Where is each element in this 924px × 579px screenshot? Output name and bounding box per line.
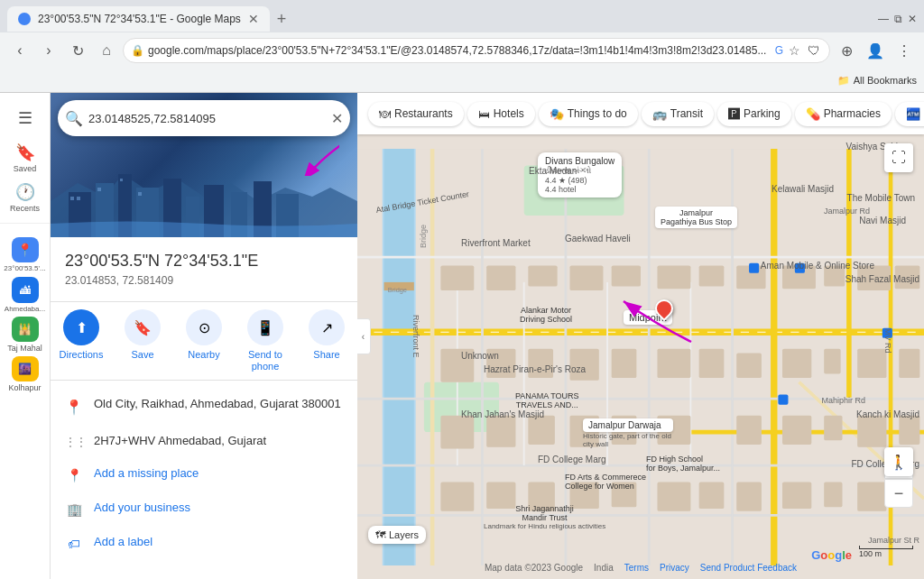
jamalpur-darwaja-label: Jamalpur Darwaja (588, 420, 661, 430)
sidebar-location-ahmedabad[interactable]: 🏙 Ahmedaba... (7, 277, 43, 313)
share-button[interactable]: ↗ Share (300, 309, 354, 372)
sidebar-saved[interactable]: 🔖 Saved (7, 140, 43, 176)
fd-arts-poi[interactable]: FD Arts & CommereceCollege for Women (565, 473, 646, 491)
reload-button[interactable]: ↻ (65, 38, 90, 63)
city-icon: 🏙 (20, 284, 31, 297)
new-tab-button[interactable]: + (270, 10, 294, 29)
landmark-hindu-label: Landmark for Hindu religious activities (484, 522, 605, 530)
jamalpur-bus-stop-poi[interactable]: Jamalpur Pagathiya Bus Stop (655, 207, 737, 228)
search-icon[interactable]: 🔍 (65, 110, 83, 127)
nearby-button[interactable]: ⊙ Nearby (177, 309, 231, 372)
map-pin (655, 299, 673, 317)
fd-high-school-poi[interactable]: FD High Schoolfor Boys, Jamalpur... (646, 455, 720, 473)
location-pin-icon: 📍 (65, 399, 83, 416)
atms-icon: 🏧 (906, 107, 920, 121)
svg-rect-13 (97, 188, 101, 191)
directions-button[interactable]: ⬆ Directions (54, 309, 108, 372)
map-background[interactable]: Bridge (357, 134, 924, 579)
svg-rect-51 (824, 265, 845, 286)
svg-rect-14 (120, 179, 123, 181)
add-business-label: Add your business (94, 501, 190, 514)
window-minimize[interactable]: — (878, 13, 889, 25)
send-feedback-link[interactable]: Send Product Feedback (700, 563, 797, 573)
send-to-phone-icon: 📱 (247, 309, 283, 345)
extensions-button[interactable]: ⊕ (834, 38, 859, 63)
window-close[interactable]: ✕ (908, 13, 917, 25)
transit-button[interactable]: 🚌 Transit (642, 102, 714, 126)
tab-bar: 23°00'53.5"N 72°34'53.1"E - Google Maps … (0, 0, 924, 32)
menu-icon: ☰ (18, 108, 32, 128)
panama-tours-poi[interactable]: PANAMA TOURSTRAVELS AND... (515, 391, 579, 409)
plus-code-item[interactable]: ⋮⋮ 2H7J+WHV Ahmedabad, Gujarat (51, 425, 357, 457)
sidebar-location-coords[interactable]: 📍 23°00'53.5'... (7, 237, 43, 273)
search-input[interactable] (88, 112, 326, 125)
sidebar-menu-button[interactable]: ☰ (7, 100, 43, 136)
jamalpur-darwaja-poi[interactable]: Jamalpur Darwaja Historic gate, part of … (583, 418, 673, 448)
svg-rect-43 (486, 265, 515, 290)
add-business-item[interactable]: 🏢 Add your business (51, 492, 357, 526)
sidebar-location-kolhapur[interactable]: 🌆 Kolhapur (7, 356, 43, 392)
svg-rect-54 (440, 349, 474, 382)
svg-rect-91 (778, 395, 788, 405)
things-to-do-button[interactable]: 🎭 Things to do (539, 102, 638, 126)
shri-jagannathji-label: Shri JagannathjiMandir Trust (484, 504, 605, 522)
save-button[interactable]: 🔖 Save (116, 309, 170, 372)
layers-icon: 🗺 (375, 529, 385, 540)
actions-row: ⬆ Directions 🔖 Save ⊙ Nearby 📱 Send toph… (51, 302, 357, 381)
svg-rect-89 (795, 263, 805, 273)
more-button[interactable]: ⋮ (892, 38, 917, 63)
monument-icon: 🕌 (18, 323, 32, 335)
add-missing-place-label: Add a missing place (94, 466, 199, 480)
all-bookmarks[interactable]: 📁 All Bookmarks (837, 75, 917, 87)
coordinates-subtitle: 23.014853, 72.581409 (65, 274, 343, 287)
address-text: google.com/maps/place/23°00'53.5"N+72°34… (148, 44, 772, 57)
hotels-icon: 🛏 (478, 107, 490, 121)
pegman-button[interactable]: 🚶 (884, 447, 913, 476)
atms-button[interactable]: 🏧 ATMs (895, 102, 924, 126)
directions-icon: ⬆ (63, 309, 99, 345)
divans-bungalow-poi[interactable]: Divans Bungalow ડીવાન્સ બંગ્લો 4.4 ★ (49… (538, 152, 622, 198)
address-bar[interactable]: 🔒 google.com/maps/place/23°00'53.5"N+72°… (123, 38, 830, 63)
layers-button[interactable]: 🗺 Layers (368, 526, 426, 544)
sidebar-location-taj-mahal[interactable]: 🕌 Taj Mahal (7, 317, 43, 353)
recents-icon: 🕐 (15, 182, 35, 202)
nav-bar: ‹ › ↻ ⌂ 🔒 google.com/maps/place/23°00'53… (0, 32, 924, 69)
forward-button[interactable]: › (36, 38, 61, 63)
bookmark-button[interactable]: ☆ (787, 41, 802, 60)
add-label-item[interactable]: 🏷 Add a label (51, 526, 357, 560)
send-to-phone-button[interactable]: 📱 Send tophone (238, 309, 292, 372)
pharmacies-button[interactable]: 💊 Pharmacies (795, 102, 892, 126)
active-tab[interactable]: 23°00'53.5"N 72°34'53.1"E - Google Maps … (7, 6, 270, 32)
svg-rect-86 (824, 482, 842, 508)
bridge-label: Bridge (419, 225, 428, 248)
hotels-button[interactable]: 🛏 Hotels (467, 102, 535, 126)
home-button[interactable]: ⌂ (94, 38, 119, 63)
fullscreen-button[interactable]: ⛶ (884, 143, 913, 172)
tab-close-button[interactable]: ✕ (248, 12, 259, 26)
parking-button[interactable]: 🅿 Parking (717, 102, 791, 126)
svg-rect-63 (824, 349, 840, 374)
annotation-arrow (285, 131, 339, 176)
coordinates-title: 23°00'53.5"N 72°34'53.1"E (65, 252, 343, 271)
alankar-motor-poi[interactable]: Alankar MotorDriving School (520, 306, 572, 324)
things-icon: 🎭 (550, 107, 564, 121)
terms-link[interactable]: Terms (624, 563, 649, 573)
privacy-link[interactable]: Privacy (660, 563, 689, 573)
address-item[interactable]: 📍 Old City, Raikhad, Ahmedabad, Gujarat … (51, 388, 357, 425)
back-button[interactable]: ‹ (7, 38, 32, 63)
scale-bar: 100 m (859, 546, 913, 558)
shri-jagannathji-poi[interactable]: Shri JagannathjiMandir Trust Landmark fo… (484, 504, 605, 530)
browser-chrome: 23°00'53.5"N 72°34'53.1"E - Google Maps … (0, 0, 924, 93)
google-search-icon[interactable]: G (775, 44, 783, 57)
shield-icon[interactable]: 🛡 (806, 41, 822, 60)
sidebar-recents[interactable]: 🕐 Recents (7, 179, 43, 216)
add-missing-place-item[interactable]: 📍 Add a missing place (51, 457, 357, 492)
restaurants-button[interactable]: 🍽 Restaurants (368, 102, 464, 126)
clear-search-button[interactable]: ✕ (331, 110, 343, 127)
zoom-out-button[interactable]: − (884, 479, 913, 508)
profile-button[interactable]: 👤 (863, 38, 888, 63)
collapse-panel-button[interactable]: ‹ (357, 318, 371, 354)
svg-rect-57 (570, 349, 599, 381)
map-area[interactable]: 🍽 Restaurants 🛏 Hotels 🎭 Things to do 🚌 … (357, 93, 924, 579)
window-restore[interactable]: ⧉ (894, 13, 902, 25)
